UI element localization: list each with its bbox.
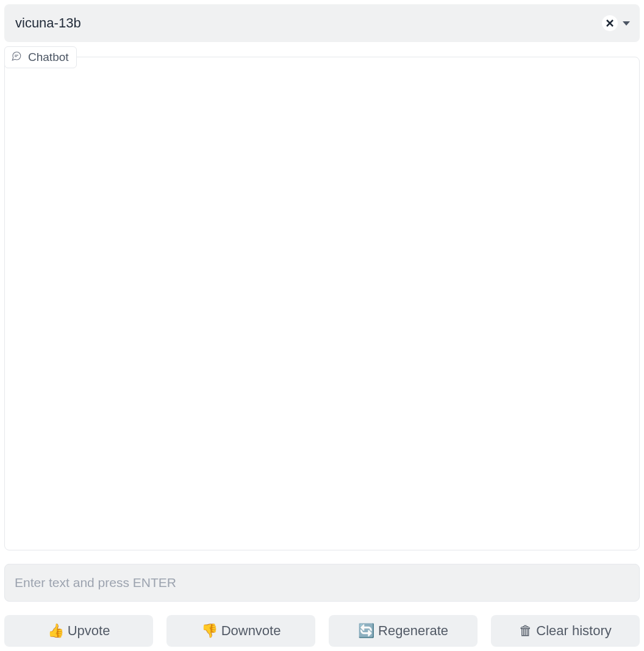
message-input[interactable] bbox=[15, 575, 629, 590]
model-selector-value: vicuna-13b bbox=[15, 15, 602, 31]
regenerate-button[interactable]: 🔄 Regenerate bbox=[329, 615, 478, 647]
clear-history-button[interactable]: 🗑 Clear history bbox=[491, 615, 640, 647]
chat-panel: Chatbot bbox=[4, 57, 640, 550]
x-icon bbox=[606, 19, 614, 27]
upvote-button[interactable]: 👍 Upvote bbox=[4, 615, 153, 647]
message-input-row bbox=[4, 564, 640, 602]
model-selector-controls bbox=[602, 15, 632, 31]
chat-label-tab: Chatbot bbox=[4, 46, 77, 68]
clear-model-button[interactable] bbox=[602, 15, 618, 31]
chat-label: Chatbot bbox=[28, 51, 69, 64]
downvote-button[interactable]: 👎 Downvote bbox=[166, 615, 315, 647]
action-button-bar: 👍 Upvote 👎 Downvote 🔄 Regenerate 🗑 Clear… bbox=[4, 615, 640, 647]
chat-icon bbox=[11, 51, 22, 64]
model-selector[interactable]: vicuna-13b bbox=[4, 4, 640, 42]
chevron-down-icon[interactable] bbox=[623, 21, 630, 26]
